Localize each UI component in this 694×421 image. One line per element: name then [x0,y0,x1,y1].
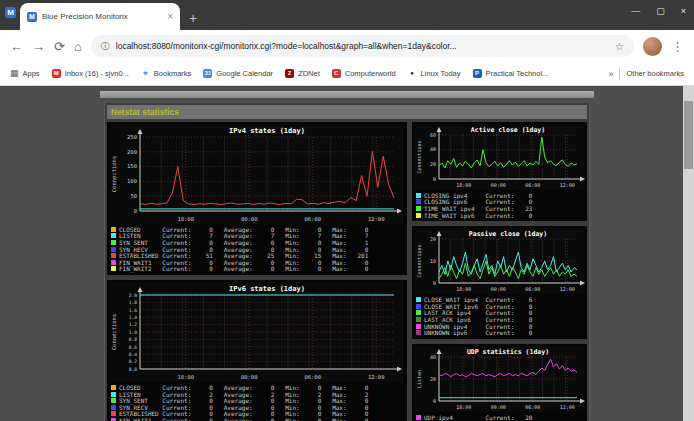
overflow-chevron-icon[interactable]: » [608,69,613,79]
svg-text:00:00: 00:00 [490,182,505,188]
minimize-button[interactable]: — [631,6,640,16]
other-bookmarks[interactable]: Other bookmarks [626,69,684,78]
bookmark-item[interactable]: ●Linux Today [408,69,461,78]
svg-text:20: 20 [429,376,435,382]
legend-row: FIN_WAIT2 Current: 0 Average: 0 Min: 0 M… [111,266,403,273]
apps-shortcut[interactable]: ▦ Apps [10,69,40,78]
home-button[interactable]: ⌂ [74,40,82,53]
bookmark-item[interactable]: 31Google Calendar [203,69,273,78]
new-tab-button[interactable]: + [189,11,197,25]
site-info-icon[interactable]: ⓘ [101,40,110,53]
legend-text: UNKNOWN ipv6 Current: 0 [424,329,532,336]
legend-color-swatch [111,411,116,416]
svg-text:06:00: 06:00 [525,404,540,410]
bookmark-item[interactable]: MInbox (16) - sjvn0... [52,69,129,78]
chart-panel-udp-statistics: 18:0000:0006:0012:0002040UDP statistics … [412,344,587,421]
chart-title: UDP statistics (1day) [466,348,548,356]
svg-text:2.0: 2.0 [129,293,138,298]
legend-color-swatch [111,247,116,252]
legend-row: TIME_WAIT ipv6 Current: 0 [416,212,583,219]
bookmark-label: Linux Today [421,69,461,78]
legend-color-swatch [111,385,116,390]
bookmark-item[interactable]: PPractical Technol... [473,69,549,78]
svg-text:0.0: 0.0 [129,367,138,372]
svg-text:12:00: 12:00 [559,404,574,410]
y-axis-label: Connections [416,140,422,173]
chart-image[interactable]: 18:0000:0006:0012:00050100150200250IPv4 … [110,124,404,224]
legend-color-swatch [111,266,116,271]
page-content: Netstat statistics 18:0000:0006:0012:000… [0,86,694,421]
legend-color-swatch [111,260,116,265]
svg-text:1.2: 1.2 [129,323,138,328]
legend-row: FIN_WAIT1 Current: 0 Average: 0 Min: 0 M… [111,417,403,421]
maximize-button[interactable]: ▢ [656,6,665,16]
tab-close-icon[interactable]: × [167,11,173,22]
scrollbar-thumb[interactable] [684,101,693,169]
svg-text:200: 200 [127,149,137,155]
chart-legend: CLOSED Current: 0 Average: 0 Min: 0 Max:… [109,224,405,272]
titlebar: M M Blue Precision Monitorix × + — ▢ × [0,0,694,30]
svg-text:0.6: 0.6 [129,345,138,350]
chart-panel-ipv4-states: 18:0000:0006:0012:00050100150200250IPv4 … [107,122,407,275]
legend-color-swatch [111,227,116,232]
netstat-section: Netstat statistics 18:0000:0006:0012:000… [104,103,590,421]
chart-title: IPv4 states (1day) [229,127,305,135]
previous-section-edge [100,91,594,98]
bookmark-item[interactable]: CComputerworld [332,69,396,78]
y-axis-label: Connections [416,245,422,278]
svg-text:18:00: 18:00 [456,286,471,292]
legend-color-swatch [416,317,421,322]
url-text[interactable]: localhost:8080/monitorix-cgi/monitorix.c… [116,41,609,51]
bookmark-label: ZDNet [298,69,320,78]
forward-button[interactable]: → [32,40,45,53]
svg-text:00:00: 00:00 [490,286,505,292]
bookmark-item[interactable]: ★Bookmarks [141,69,192,78]
close-button[interactable]: × [681,6,686,16]
tab-favicon-icon: M [27,12,37,22]
legend-color-swatch [111,240,116,245]
reload-button[interactable]: ⟳ [54,40,65,53]
svg-text:12:00: 12:00 [559,286,574,292]
bookmark-favicon: ● [408,69,417,78]
browser-tab[interactable]: M Blue Precision Monitorix × [20,3,180,30]
svg-text:0.2: 0.2 [129,360,138,365]
legend-text: TIME_WAIT ipv6 Current: 0 [424,212,532,219]
tab-title: Blue Precision Monitorix [42,12,162,21]
bookmarks-divider [619,68,620,80]
svg-text:06:00: 06:00 [304,374,321,380]
chart-image[interactable]: 18:0000:0006:0012:0001020Passive close (… [415,228,585,294]
menu-icon[interactable]: ⋮ [671,40,684,53]
browser-window: M M Blue Precision Monitorix × + — ▢ × ←… [0,0,694,421]
bookmark-favicon: Z [285,69,294,78]
svg-text:00:00: 00:00 [490,404,505,410]
svg-text:18:00: 18:00 [177,216,194,222]
navbar: ← → ⟳ ⌂ ⓘ localhost:8080/monitorix-cgi/m… [0,30,694,62]
bookmark-favicon: C [332,69,341,78]
address-bar[interactable]: ⓘ localhost:8080/monitorix-cgi/monitorix… [91,35,634,57]
bookmark-items: MInbox (16) - sjvn0...★Bookmarks31Google… [52,69,549,78]
profile-avatar[interactable] [643,37,662,56]
svg-text:1.8: 1.8 [129,300,138,305]
legend-text: FIN_WAIT2 Current: 0 Average: 0 Min: 0 M… [119,265,368,272]
back-button[interactable]: ← [10,40,23,53]
svg-text:60: 60 [429,132,435,138]
svg-text:12:00: 12:00 [368,374,385,380]
bookmarks-right: » Other bookmarks [608,68,684,80]
page-scrollbar[interactable] [683,86,694,421]
legend-text: FIN_WAIT1 Current: 0 Average: 0 Min: 0 M… [119,417,368,421]
chart-image[interactable]: 18:0000:0006:0012:000204060Active close … [415,124,585,190]
bookmark-label: Computerworld [345,69,396,78]
legend-row: UNKNOWN ipv6 Current: 0 [416,329,583,336]
chart-image[interactable]: 18:0000:0006:0012:000.00.20.40.60.81.01.… [110,282,404,382]
window-icon: M [5,7,16,18]
legend-color-swatch [111,405,116,410]
bookmark-star-icon[interactable]: ☆ [615,41,624,52]
legend-color-swatch [416,199,421,204]
bookmark-item[interactable]: ZZDNet [285,69,320,78]
svg-text:50: 50 [130,193,137,199]
apps-grid-icon: ▦ [10,69,19,78]
svg-text:1.6: 1.6 [129,308,138,313]
chart-image[interactable]: 18:0000:0006:0012:0002040UDP statistics … [415,346,585,412]
svg-text:18:00: 18:00 [456,182,471,188]
svg-text:0.4: 0.4 [129,352,138,357]
